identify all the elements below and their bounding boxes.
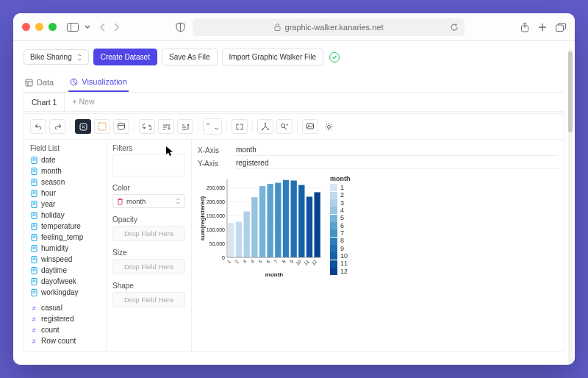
tab-visualization[interactable]: Visualization — [68, 73, 129, 92]
address-bar[interactable]: graphic-walker.kanaries.net — [193, 18, 465, 36]
aggregate-toggle[interactable] — [75, 119, 91, 134]
svg-rect-92 — [291, 181, 297, 257]
measure-icon: # — [30, 338, 37, 345]
field-item-temperature[interactable]: temperature — [30, 221, 100, 232]
field-item-winspeed[interactable]: winspeed — [30, 254, 100, 265]
field-item-dayofweek[interactable]: dayofweek — [30, 276, 100, 287]
chart-tab-1[interactable]: Chart 1 — [24, 93, 65, 111]
sidebar-toggle-icon[interactable] — [67, 23, 79, 32]
field-item-humidity[interactable]: humidity — [30, 243, 100, 254]
chart-legend: month123456789101112 — [330, 175, 351, 275]
chevron-down-icon[interactable] — [85, 24, 90, 30]
svg-text:3: 3 — [242, 258, 248, 264]
svg-point-21 — [287, 124, 288, 125]
field-item-registered[interactable]: #registered — [30, 313, 100, 324]
x-axis-field[interactable]: month — [236, 144, 558, 156]
undo-icon[interactable] — [30, 119, 46, 134]
color-label: Color — [112, 184, 185, 192]
field-item-workingday[interactable]: workingday — [30, 287, 100, 298]
create-dataset-button[interactable]: Create Dataset — [93, 49, 157, 65]
color-field-pill[interactable]: month — [112, 194, 185, 208]
svg-point-17 — [262, 129, 263, 130]
field-item-count[interactable]: #count — [30, 324, 100, 335]
legend-title: month — [330, 175, 351, 182]
field-item-feeling_temp[interactable]: feeling_temp — [30, 232, 100, 243]
sort-asc-icon[interactable] — [158, 119, 174, 134]
svg-rect-78 — [236, 222, 242, 257]
legend-item-3: 3 — [330, 199, 351, 207]
privacy-shield-icon[interactable] — [176, 22, 185, 32]
filters-label: Filters — [112, 144, 185, 152]
size-drop-zone[interactable]: Drop Field Here — [112, 259, 185, 274]
dimension-icon — [30, 245, 37, 252]
svg-rect-90 — [283, 180, 289, 257]
svg-text:9: 9 — [289, 258, 295, 264]
close-window-button[interactable] — [22, 23, 30, 31]
svg-text:200,000: 200,000 — [207, 199, 225, 204]
tab-overview-icon[interactable] — [556, 23, 566, 32]
minimize-window-button[interactable] — [35, 23, 43, 31]
svg-text:100,000: 100,000 — [207, 227, 225, 232]
page-scrollbar[interactable] — [568, 49, 573, 365]
layout-mode-icon[interactable] — [232, 119, 248, 134]
axis-scale-group[interactable] — [203, 118, 222, 135]
save-as-file-button[interactable]: Save As File — [162, 49, 218, 65]
svg-point-15 — [118, 123, 125, 125]
svg-rect-8 — [556, 25, 564, 32]
export-icon[interactable] — [302, 119, 318, 134]
config-icon[interactable] — [321, 119, 336, 134]
opacity-drop-zone[interactable]: Drop Field Here — [112, 226, 185, 241]
svg-rect-82 — [251, 197, 257, 257]
field-item-daytime[interactable]: daytime — [30, 265, 100, 276]
field-item-year[interactable]: year — [30, 199, 100, 210]
field-item-Row-count[interactable]: #Row count — [30, 335, 100, 346]
legend-item-11: 11 — [330, 260, 351, 267]
field-item-season[interactable]: season — [30, 176, 100, 188]
legend-item-2: 2 — [330, 191, 351, 199]
chart-canvas: 050,000100,000150,000200,000250,00012345… — [198, 175, 323, 278]
remove-color-field-icon[interactable] — [117, 198, 123, 205]
field-item-month[interactable]: month — [30, 165, 100, 176]
shape-drop-zone[interactable]: Drop Field Here — [112, 292, 185, 307]
field-item-casual[interactable]: #casual — [30, 302, 100, 313]
tab-data[interactable]: Data — [24, 73, 55, 92]
svg-text:11: 11 — [303, 258, 310, 265]
field-item-holiday[interactable]: holiday — [30, 210, 100, 221]
share-icon[interactable] — [520, 22, 529, 32]
stack-mode-icon[interactable] — [113, 119, 129, 134]
reload-icon[interactable] — [450, 23, 459, 32]
coord-system-icon[interactable] — [257, 119, 273, 134]
dimension-icon — [30, 157, 37, 164]
new-tab-icon[interactable] — [538, 23, 547, 32]
debug-icon[interactable] — [276, 119, 293, 134]
dimension-icon — [30, 267, 37, 274]
browser-title-bar: graphic-walker.kanaries.net — [13, 13, 575, 41]
svg-rect-84 — [259, 186, 265, 257]
dataset-selector-value: Bike Sharing — [30, 53, 72, 61]
dimension-icon — [30, 201, 37, 208]
svg-text:0: 0 — [222, 255, 225, 260]
svg-rect-9 — [26, 79, 32, 86]
sort-desc-icon[interactable] — [177, 119, 193, 134]
transpose-icon[interactable] — [139, 119, 155, 134]
svg-rect-14 — [98, 123, 106, 130]
legend-item-12: 12 — [330, 268, 351, 275]
svg-line-20 — [284, 127, 287, 129]
chevron-updown-icon — [76, 54, 82, 61]
field-item-date[interactable]: date — [30, 154, 100, 165]
forward-button[interactable] — [112, 23, 120, 32]
zoom-window-button[interactable] — [49, 23, 57, 31]
field-item-hour[interactable]: hour — [30, 188, 100, 199]
legend-item-6: 6 — [330, 222, 351, 229]
back-button[interactable] — [99, 23, 107, 32]
redo-icon[interactable] — [49, 119, 65, 134]
dataset-selector[interactable]: Bike Sharing — [24, 49, 89, 65]
svg-text:5: 5 — [257, 258, 263, 264]
mark-type-icon[interactable] — [94, 119, 110, 134]
svg-rect-0 — [68, 23, 79, 31]
svg-rect-80 — [244, 212, 250, 257]
import-file-button[interactable]: Import Graphic Walker File — [222, 49, 324, 65]
filters-drop-zone[interactable] — [112, 154, 185, 176]
chart-tab-new[interactable]: + New — [65, 93, 101, 111]
y-axis-field[interactable]: registered — [236, 157, 558, 169]
